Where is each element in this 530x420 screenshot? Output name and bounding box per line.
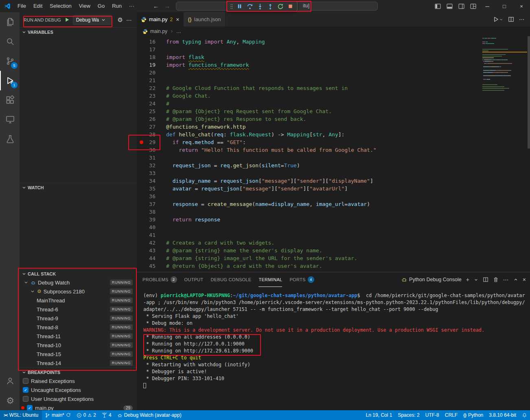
status-problems[interactable]: 0 ⚠ 2 — [74, 410, 99, 420]
breakpoint-gutter[interactable] — [137, 131, 146, 138]
toggle-secondary-sidebar-icon[interactable] — [458, 4, 464, 9]
breakpoint-gutter[interactable] — [137, 77, 146, 84]
activity-accounts[interactable] — [0, 371, 20, 391]
breakpoint-checkbox[interactable] — [23, 378, 28, 384]
breakpoint-checkbox[interactable]: ✓ — [27, 405, 33, 410]
breakpoint-item[interactable]: ✓main.py29 — [20, 403, 137, 410]
start-debugging-button[interactable] — [64, 17, 70, 22]
menu-view[interactable]: View — [75, 0, 94, 12]
close-panel-button[interactable]: × — [523, 276, 526, 283]
customize-layout-icon[interactable] — [470, 4, 476, 9]
activity-explorer[interactable] — [0, 12, 20, 32]
breadcrumb-symbol[interactable]: … — [176, 28, 181, 34]
breakpoint-gutter[interactable] — [137, 100, 146, 107]
call-stack-item[interactable]: Thread-9RUNNING — [20, 314, 137, 323]
code-editor[interactable]: 16from typing import Any, Mapping1718imp… — [137, 36, 530, 272]
call-stack-item[interactable]: Thread-15RUNNING — [20, 350, 137, 359]
breakpoint-gutter[interactable] — [137, 38, 146, 46]
section-breakpoints[interactable]: BREAKPOINTS — [20, 368, 137, 376]
call-stack-item[interactable]: Thread-14RUNNING — [20, 359, 137, 368]
section-variables[interactable]: VARIABLES — [20, 27, 137, 36]
breakpoint-gutter[interactable] — [137, 223, 146, 231]
call-stack-item[interactable]: Thread-10RUNNING — [20, 341, 137, 350]
menu-edit[interactable]: Edit — [30, 0, 46, 12]
breakpoint-gutter[interactable] — [137, 231, 146, 239]
step-over-button[interactable] — [245, 1, 255, 11]
menu-selection[interactable]: Selection — [46, 0, 75, 12]
breakpoint-gutter[interactable] — [137, 61, 146, 69]
status-debug-session[interactable]: Debug Watch (avatar-app) — [114, 410, 184, 420]
breakpoint-gutter[interactable] — [137, 146, 146, 154]
status-encoding[interactable]: UTF-8 — [423, 410, 442, 420]
tab-launch-json[interactable]: {} launch.json — [184, 12, 225, 26]
tab-debug-console[interactable]: DEBUG CONSOLE — [211, 272, 252, 287]
breakpoint-gutter[interactable] — [137, 69, 146, 77]
call-stack-item[interactable]: MainThreadRUNNING — [20, 296, 137, 305]
menu-file[interactable]: File — [14, 0, 30, 12]
activity-remote-explorer[interactable] — [0, 110, 20, 129]
breakpoint-gutter[interactable] — [137, 262, 146, 270]
status-python-interpreter[interactable]: 3.8.10 64-bit — [486, 410, 519, 420]
terminal-output[interactable]: (env) pierrick@LAPTOP-HKU5PNNG:~/git/goo… — [137, 287, 530, 410]
debug-config-dropdown[interactable]: Debug Wa — [73, 15, 112, 25]
tab-ports[interactable]: PORTS 4 — [289, 272, 314, 287]
status-indentation[interactable]: Spaces: 2 — [395, 410, 422, 420]
debug-settings-gear-icon[interactable]: ⚙ — [118, 16, 123, 24]
breakpoint-checkbox[interactable] — [23, 396, 28, 402]
forward-icon[interactable]: → — [164, 3, 170, 9]
status-cursor-position[interactable]: Ln 19, Col 1 — [363, 410, 395, 420]
activity-source-control[interactable]: 5 — [0, 51, 20, 71]
kill-terminal-button[interactable] — [493, 277, 499, 282]
breadcrumb-file[interactable]: main.py — [150, 28, 167, 34]
section-call-stack[interactable]: CALL STACK — [20, 269, 137, 278]
tab-output[interactable]: OUTPUT — [184, 272, 204, 287]
breakpoint-gutter[interactable] — [137, 200, 146, 208]
status-branch[interactable]: main* — [42, 410, 74, 420]
breakpoint-item[interactable]: ✓Uncaught Exceptions — [20, 385, 137, 394]
minimap[interactable] — [482, 37, 527, 91]
editor-scrollbar[interactable] — [528, 36, 530, 149]
activity-settings[interactable]: ⚙ — [0, 391, 20, 410]
breakpoint-gutter[interactable] — [137, 216, 146, 223]
panel-more-actions-icon[interactable]: ⋯ — [503, 276, 509, 283]
activity-testing[interactable] — [0, 129, 20, 149]
restart-button[interactable] — [275, 1, 285, 11]
breakpoint-gutter[interactable] — [137, 53, 146, 61]
breakpoint-gutter[interactable] — [137, 115, 146, 123]
activity-extensions[interactable] — [0, 90, 20, 110]
breakpoint-item[interactable]: Raised Exceptions — [20, 376, 137, 385]
tab-close-icon[interactable]: × — [176, 16, 179, 23]
breakpoint-gutter[interactable] — [137, 154, 146, 162]
status-notifications[interactable] — [519, 410, 530, 420]
breakpoint-gutter[interactable] — [137, 138, 146, 146]
call-stack-item[interactable]: ⚙Subprocess 2180RUNNING — [20, 287, 137, 296]
call-stack-item[interactable]: Thread-11RUNNING — [20, 332, 137, 341]
close-button[interactable]: × — [513, 0, 530, 12]
menu-more-icon[interactable]: ··· — [125, 0, 138, 12]
breakpoint-gutter[interactable] — [137, 208, 146, 216]
status-language[interactable]: {} Python — [460, 410, 486, 420]
split-editor-button[interactable] — [508, 16, 514, 22]
stop-button[interactable] — [285, 1, 296, 11]
breakpoint-gutter[interactable] — [137, 177, 146, 185]
minimize-button[interactable]: ─ — [479, 0, 496, 12]
breakpoint-gutter[interactable] — [137, 123, 146, 131]
breakpoint-checkbox[interactable]: ✓ — [23, 387, 28, 393]
breakpoint-gutter[interactable] — [137, 254, 146, 262]
maximize-panel-chevron-icon[interactable] — [513, 277, 518, 282]
tab-problems[interactable]: PROBLEMS 2 — [142, 272, 177, 287]
step-out-button[interactable] — [265, 1, 275, 11]
status-eol[interactable]: CRLF — [442, 410, 460, 420]
back-icon[interactable]: ← — [153, 3, 159, 9]
breakpoint-gutter[interactable] — [137, 169, 146, 177]
call-stack-item[interactable]: Thread-8RUNNING — [20, 323, 137, 332]
tab-terminal[interactable]: TERMINAL — [258, 272, 282, 287]
run-python-file-button[interactable] — [493, 16, 503, 22]
status-forwarded-ports[interactable]: 4 — [99, 410, 114, 420]
breakpoint-gutter[interactable] — [137, 84, 146, 92]
breakpoint-gutter[interactable] — [137, 185, 146, 192]
toggle-panel-icon[interactable] — [447, 4, 453, 9]
terminal-dropdown-chevron-icon[interactable] — [474, 278, 478, 282]
maximize-button[interactable]: □ — [496, 0, 513, 12]
breakpoint-dot-icon[interactable] — [140, 140, 143, 144]
